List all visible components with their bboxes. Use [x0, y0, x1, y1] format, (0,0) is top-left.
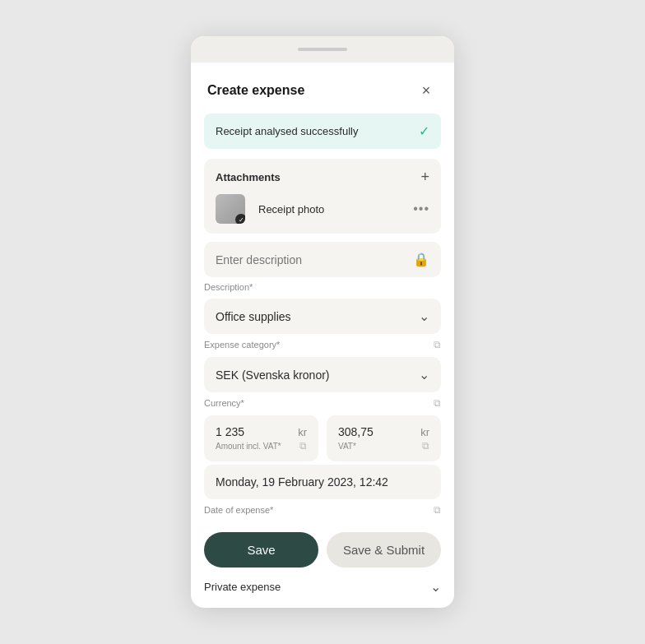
vat-compare-icon: ⧉	[422, 440, 429, 452]
lock-icon: 🔒	[413, 252, 429, 267]
amount-incl-vat-box[interactable]: 1 235 kr Amount incl. VAT* ⧉	[204, 415, 318, 461]
receipt-check-badge: ✓	[235, 214, 245, 224]
description-input-row: 🔒	[216, 252, 429, 267]
date-section[interactable]: Monday, 19 February 2023, 12:42	[204, 465, 441, 499]
amount-incl-vat-value: 1 235	[216, 425, 244, 438]
vat-label-row: VAT* ⧉	[338, 440, 429, 452]
currency-chevron-icon: ⌄	[419, 367, 429, 382]
currency-value: SEK (Svenska kronor)	[216, 368, 330, 382]
attachments-section: Attachments + ✓ Receipt photo •••	[204, 159, 441, 234]
amount-incl-vat-inner: 1 235 kr	[216, 425, 307, 438]
check-icon: ✓	[419, 123, 429, 139]
description-section: 🔒	[204, 242, 441, 277]
buttons-row: Save Save & Submit	[191, 522, 454, 574]
receipt-row: ✓ Receipt photo •••	[216, 194, 429, 224]
description-input[interactable]	[216, 253, 413, 266]
success-banner: Receipt analysed successfully ✓	[204, 114, 441, 149]
receipt-name: Receipt photo	[258, 203, 324, 215]
private-expense-label: Private expense	[204, 581, 281, 593]
modal-title: Create expense	[207, 83, 304, 98]
vat-box[interactable]: 308,75 kr VAT* ⧉	[327, 415, 441, 461]
currency-row: SEK (Svenska kronor) ⌄	[216, 367, 429, 382]
currency-compare-icon: ⧉	[434, 397, 441, 409]
vat-currency: kr	[420, 426, 429, 438]
category-row: Office supplies ⌄	[216, 308, 429, 324]
amount-incl-vat-currency: kr	[298, 426, 307, 438]
vat-value: 308,75	[338, 425, 374, 438]
category-compare-icon: ⧉	[434, 339, 441, 350]
success-text: Receipt analysed successfully	[216, 125, 358, 137]
date-value: Monday, 19 February 2023, 12:42	[216, 475, 388, 489]
currency-section[interactable]: SEK (Svenska kronor) ⌄	[204, 357, 441, 392]
category-section[interactable]: Office supplies ⌄	[204, 299, 441, 334]
category-chevron-icon: ⌄	[419, 308, 429, 324]
amounts-row: 1 235 kr Amount incl. VAT* ⧉ 308,75 kr V…	[204, 415, 441, 461]
private-expense-row[interactable]: Private expense ⌄	[191, 574, 454, 608]
top-notch	[191, 36, 454, 63]
attachments-label: Attachments	[216, 171, 281, 183]
notch-line	[298, 48, 347, 51]
date-label: Date of expense*	[204, 505, 273, 515]
modal-container: Create expense × Receipt analysed succes…	[191, 36, 454, 608]
currency-label-row: Currency* ⧉	[191, 396, 454, 415]
receipt-thumbnail: ✓	[216, 194, 245, 224]
close-button[interactable]: ×	[415, 79, 438, 102]
add-attachment-button[interactable]: +	[420, 169, 429, 186]
amount-incl-vat-compare-icon: ⧉	[299, 440, 307, 452]
modal-header: Create expense ×	[191, 63, 454, 114]
vat-inner: 308,75 kr	[338, 425, 429, 438]
save-button[interactable]: Save	[204, 532, 318, 568]
category-value: Office supplies	[216, 310, 291, 323]
save-submit-button[interactable]: Save & Submit	[327, 532, 441, 568]
vat-label: VAT*	[338, 442, 356, 451]
receipt-name-wrap: ✓ Receipt photo	[216, 194, 413, 224]
attachments-header: Attachments +	[216, 169, 429, 186]
description-label: Description*	[191, 280, 454, 299]
amount-incl-vat-label: Amount incl. VAT*	[216, 442, 281, 451]
category-label: Expense category*	[204, 340, 280, 350]
date-compare-icon: ⧉	[434, 504, 441, 516]
amount-incl-vat-label-row: Amount incl. VAT* ⧉	[216, 440, 307, 452]
currency-label: Currency*	[204, 398, 244, 408]
receipt-options-button[interactable]: •••	[413, 202, 429, 216]
private-expense-chevron-icon: ⌄	[430, 579, 441, 595]
date-label-row: Date of expense* ⧉	[191, 503, 454, 522]
close-icon: ×	[422, 82, 431, 100]
category-label-row: Expense category* ⧉	[191, 337, 454, 357]
